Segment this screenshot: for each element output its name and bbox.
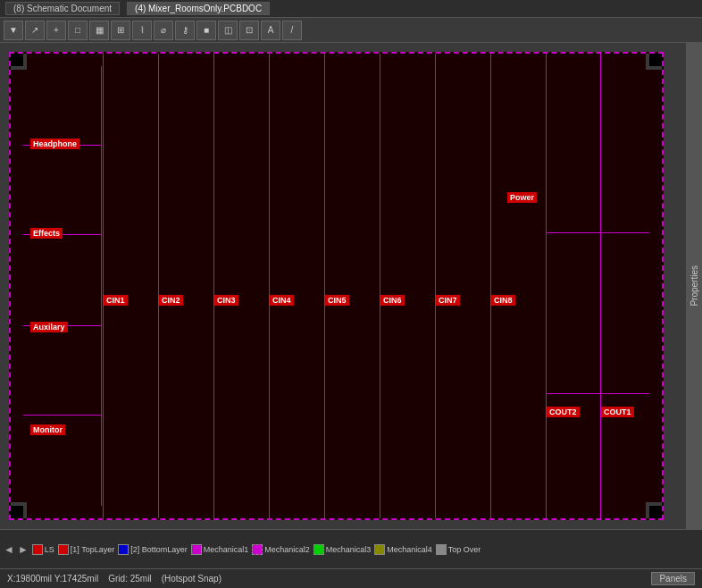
room-cin8: CIN8 — [491, 295, 515, 306]
layer-mech4-label: Mechanical4 — [387, 545, 432, 554]
layer-topover-color — [436, 544, 447, 555]
layer-toplayer-label: [1] TopLayer — [71, 545, 114, 554]
layer-mech3[interactable]: Mechanical3 — [313, 544, 372, 555]
divider-6 — [380, 54, 380, 518]
layer-ls-color — [32, 544, 43, 555]
add-btn[interactable]: + — [46, 21, 66, 40]
layer-bottomlayer[interactable]: [2] BottomLayer — [118, 544, 188, 555]
snap-text: (Hotspot Snap) — [162, 574, 221, 584]
room-monitor: Monitor — [30, 424, 65, 435]
divider-2 — [158, 54, 159, 518]
room-cin1: CIN1 — [104, 295, 128, 306]
connect-btn[interactable]: ⌇ — [132, 21, 152, 40]
properties-label[interactable]: Properties — [689, 265, 699, 307]
right-horiz-divider — [546, 232, 649, 233]
layer-bottomlayer-label: [2] BottomLayer — [130, 545, 188, 554]
tab-schematic[interactable]: (8) Schematic Document — [5, 2, 120, 15]
layer-bar: ◄ ► LS [1] TopLayer [2] BottomLayer Mech… — [0, 529, 702, 568]
chart-btn[interactable]: ▦ — [89, 21, 109, 40]
divider-9 — [546, 54, 547, 518]
component-btn[interactable]: ⊞ — [111, 21, 130, 40]
divider-1 — [103, 54, 104, 518]
layer-mech2-label: Mechanical2 — [264, 545, 310, 554]
layer-mech1-color — [191, 544, 202, 555]
divider-7 — [435, 54, 436, 518]
route-btn[interactable]: ↗ — [25, 21, 45, 40]
grid-text: Grid: 25mil — [108, 574, 151, 584]
layer-mech4-color — [374, 544, 385, 555]
layer-mech1[interactable]: Mechanical1 — [191, 544, 249, 555]
right-horiz-divider3 — [546, 393, 649, 394]
layer-mech4[interactable]: Mechanical4 — [374, 544, 432, 555]
panels-button[interactable]: Panels — [651, 572, 695, 585]
divider-8 — [490, 54, 491, 518]
layer-bottomlayer-color — [118, 544, 129, 555]
black-corner-tl — [11, 54, 23, 66]
coords-text: X:19800mil Y:17425mil — [7, 574, 98, 584]
black-corner-br — [649, 506, 662, 518]
black-corner-tr — [649, 54, 662, 66]
status-bar: X:19800mil Y:17425mil Grid: 25mil (Hotsp… — [0, 568, 702, 588]
layer-topover[interactable]: Top Over — [436, 544, 481, 555]
layer-scroll-left[interactable]: ◄ — [4, 543, 14, 556]
fab-btn[interactable]: ⊡ — [239, 21, 259, 40]
layer-scroll-right[interactable]: ► — [18, 543, 29, 556]
text-btn[interactable]: A — [261, 21, 280, 40]
room-power: Power — [507, 192, 537, 203]
layer-mech3-color — [313, 544, 324, 555]
title-bar: (8) Schematic Document (4) Mixer_RoomsOn… — [0, 0, 702, 18]
key-btn[interactable]: ⚷ — [175, 21, 195, 40]
layer-mech2-color — [252, 544, 263, 555]
divider-3 — [213, 54, 214, 518]
layer-toplayer-color — [58, 544, 69, 555]
rect-btn[interactable]: □ — [68, 21, 88, 40]
room-cout1: COUT1 — [601, 407, 634, 417]
toolbar: ▼ ↗ + □ ▦ ⊞ ⌇ ⌀ ⚷ ■ ◫ ⊡ A / — [0, 18, 702, 43]
room-cin7: CIN7 — [436, 295, 460, 306]
main-area: Headphone Effects Auxilary Monitor Power — [0, 43, 702, 529]
layer-ls[interactable]: LS — [32, 544, 54, 555]
divider-4 — [269, 54, 270, 518]
tab-pcbdoc[interactable]: (4) Mixer_RoomsOnly.PCBDOC — [127, 2, 270, 15]
layer-mech2[interactable]: Mechanical2 — [252, 544, 310, 555]
measure-btn[interactable]: ⌀ — [154, 21, 173, 40]
black-corner-bl — [11, 506, 23, 518]
filter-btn[interactable]: ▼ — [4, 21, 23, 40]
status-coords: X:19800mil Y:17425mil Grid: 25mil (Hotsp… — [7, 574, 221, 584]
layer-mech1-label: Mechanical1 — [204, 545, 249, 554]
line-btn[interactable]: / — [282, 21, 302, 40]
divider-5 — [324, 54, 325, 518]
drc-btn[interactable]: ◫ — [218, 21, 238, 40]
pcb-board: Headphone Effects Auxilary Monitor Power — [9, 52, 664, 520]
room-cout2: COUT2 — [547, 407, 580, 417]
room-cin6: CIN6 — [380, 295, 405, 306]
layer-ls-label: LS — [45, 545, 54, 554]
layer-mech3-label: Mechanical3 — [326, 545, 372, 554]
layer-topover-label: Top Over — [448, 545, 481, 554]
room-cin3: CIN3 — [214, 295, 238, 306]
divider-10 — [600, 54, 601, 518]
room-cin5: CIN5 — [325, 295, 349, 306]
room-effects: Effects — [30, 228, 63, 239]
room-auxilary: Auxilary — [30, 322, 68, 332]
pcb-canvas[interactable]: Headphone Effects Auxilary Monitor Power — [0, 43, 686, 529]
layer-toplayer[interactable]: [1] TopLayer — [58, 544, 114, 555]
properties-panel[interactable]: Properties — [686, 43, 702, 529]
room-headphone: Headphone — [30, 139, 79, 149]
fill-btn[interactable]: ■ — [196, 21, 216, 40]
room-cin4: CIN4 — [270, 295, 294, 306]
room-cin2: CIN2 — [159, 295, 183, 306]
